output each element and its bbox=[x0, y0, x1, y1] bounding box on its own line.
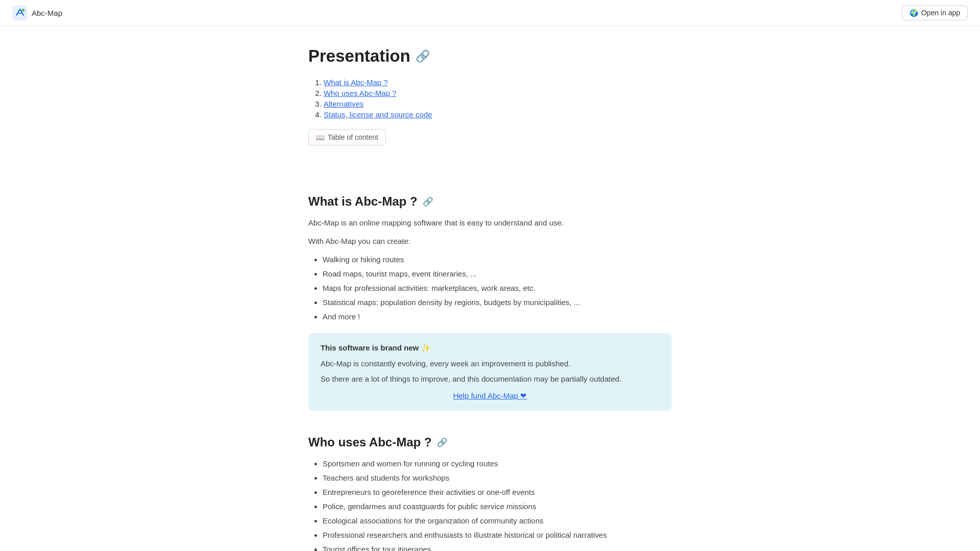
what-is-features-list: Walking or hiking routesRoad maps, touri… bbox=[308, 254, 672, 323]
who-uses-item: Professional researchers and enthusiasts… bbox=[323, 529, 672, 541]
what-is-section: What is Abc-Map ? 🔗 Abc-Map is an online… bbox=[308, 194, 672, 411]
toc-link[interactable]: What is Abc-Map ? bbox=[324, 78, 388, 87]
toc-button-label: Table of content bbox=[328, 133, 378, 141]
info-box-line-1: Abc-Map is constantly evolving, every we… bbox=[321, 358, 659, 370]
info-box: This software is brand new ✨ Abc-Map is … bbox=[308, 333, 672, 411]
feature-item: And more ! bbox=[323, 311, 672, 323]
info-box-line-2: So there are a lot of things to improve,… bbox=[321, 373, 659, 385]
who-uses-title: Who uses Abc-Map ? 🔗 bbox=[308, 435, 672, 449]
what-is-with-label: With Abc-Map you can create: bbox=[308, 235, 672, 247]
open-in-app-button[interactable]: 🌍 Open in app bbox=[902, 5, 968, 20]
feature-item: Road maps, tourist maps, event itinerari… bbox=[323, 268, 672, 280]
who-uses-anchor[interactable]: 🔗 bbox=[437, 437, 448, 448]
who-uses-item: Entrepreneurs to georeference their acti… bbox=[323, 486, 672, 498]
what-is-title: What is Abc-Map ? 🔗 bbox=[308, 194, 672, 209]
logo-icon bbox=[12, 5, 28, 20]
feature-item: Maps for professional activities: market… bbox=[323, 282, 672, 294]
toc-item: What is Abc-Map ? bbox=[324, 78, 672, 87]
who-uses-item: Police, gendarmes and coastguards for pu… bbox=[323, 500, 672, 513]
who-uses-item: Sportsmen and women for running or cycli… bbox=[323, 458, 672, 470]
toc-item: Alternatives bbox=[324, 99, 672, 108]
what-is-intro: Abc-Map is an online mapping software th… bbox=[308, 217, 672, 229]
feature-item: Statistical maps: population density by … bbox=[323, 296, 672, 309]
info-box-title: This software is brand new ✨ bbox=[321, 343, 659, 353]
presentation-anchor[interactable]: 🔗 bbox=[415, 49, 430, 63]
who-uses-section: Who uses Abc-Map ? 🔗 Sportsmen and women… bbox=[308, 435, 672, 551]
feature-item: Walking or hiking routes bbox=[323, 254, 672, 266]
toc-item: Status, license and source code bbox=[324, 110, 672, 119]
toc-link[interactable]: Alternatives bbox=[324, 99, 363, 108]
what-is-anchor[interactable]: 🔗 bbox=[423, 196, 433, 207]
main-content: Presentation 🔗 What is Abc-Map ?Who uses… bbox=[296, 26, 684, 551]
svg-rect-0 bbox=[12, 5, 28, 20]
toc-link[interactable]: Status, license and source code bbox=[324, 110, 432, 119]
open-in-app-label: Open in app bbox=[921, 9, 960, 17]
toc-book-icon: 📖 bbox=[316, 133, 325, 141]
presentation-title: Presentation 🔗 bbox=[308, 46, 672, 66]
who-uses-item: Tourist offices for tour itineraries bbox=[323, 543, 672, 551]
table-of-content-button[interactable]: 📖 Table of content bbox=[308, 129, 386, 145]
app-name: Abc-Map bbox=[32, 9, 62, 17]
presentation-section: Presentation 🔗 What is Abc-Map ?Who uses… bbox=[308, 46, 672, 170]
page-header: Abc-Map 🌍 Open in app bbox=[0, 0, 980, 26]
who-uses-list: Sportsmen and women for running or cycli… bbox=[308, 458, 672, 551]
toc-item: Who uses Abc-Map ? bbox=[324, 89, 672, 97]
toc-link[interactable]: Who uses Abc-Map ? bbox=[324, 89, 397, 97]
app-logo[interactable]: Abc-Map bbox=[12, 5, 62, 20]
globe-icon: 🌍 bbox=[910, 9, 918, 17]
who-uses-item: Teachers and students for workshops bbox=[323, 472, 672, 484]
help-fund-link[interactable]: Help fund Abc-Map ❤ bbox=[321, 391, 659, 400]
toc-list: What is Abc-Map ?Who uses Abc-Map ?Alter… bbox=[308, 78, 672, 119]
who-uses-item: Ecological associations for the organiza… bbox=[323, 515, 672, 527]
